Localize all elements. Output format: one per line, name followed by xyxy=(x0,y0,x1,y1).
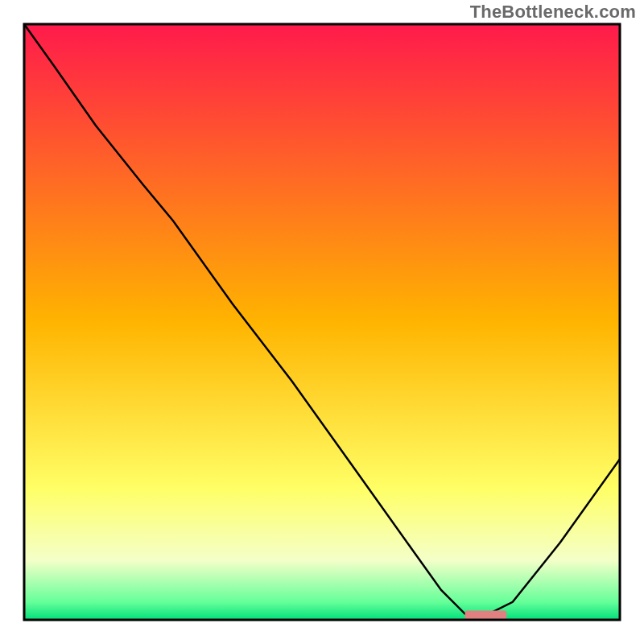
bottleneck-chart xyxy=(0,0,644,644)
plot-background xyxy=(24,24,620,620)
plot-area xyxy=(24,24,620,620)
target-marker xyxy=(465,611,507,620)
chart-container: { "watermark": "TheBottleneck.com", "cha… xyxy=(0,0,644,644)
